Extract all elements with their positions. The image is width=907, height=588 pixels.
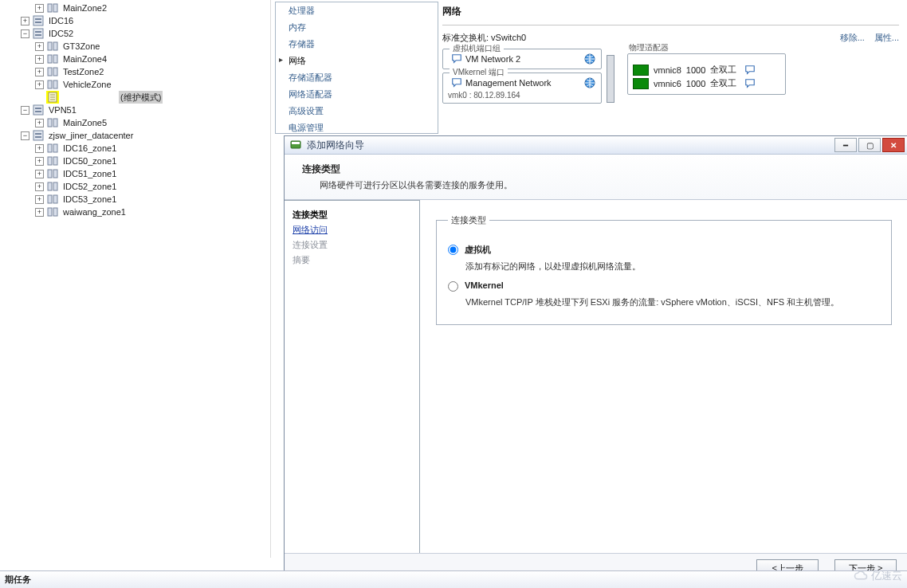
tree-row[interactable]: −zjsw_jiner_datacenter [0,129,270,142]
tree-item-label: IDC16 [47,14,75,27]
zone-icon [46,167,59,180]
expand-toggle-icon[interactable]: + [35,42,44,51]
zone-icon [46,53,59,65]
svg-rect-3 [35,18,41,20]
tree-item-label: IDC53_zone1 [61,193,118,206]
tree-row[interactable]: +GT3Zone [0,40,270,53]
svg-rect-14 [48,80,52,88]
window-maximize-button[interactable]: ▢ [858,138,881,152]
svg-rect-28 [48,144,52,152]
svg-rect-1 [53,4,57,12]
svg-rect-35 [53,182,57,190]
zone-icon [46,155,59,167]
speech-bubble-icon[interactable] [451,53,462,65]
collapse-toggle-icon[interactable]: − [21,29,29,38]
expand-toggle-icon[interactable]: + [35,119,44,127]
expand-toggle-icon[interactable]: + [35,80,44,89]
vswitch-properties-link[interactable]: 属性... [874,32,899,44]
tree-item-label: IDC51_zone1 [61,167,118,180]
physical-nic-row[interactable]: vmnic81000全双工 [633,64,780,76]
svg-rect-32 [48,170,52,178]
svg-rect-2 [33,16,43,25]
tree-row[interactable]: +IDC52_zone1 [0,180,270,193]
tree-row[interactable]: −VPN51 [0,104,270,116]
speech-bubble-icon[interactable] [744,65,756,76]
expand-toggle-icon[interactable]: + [35,208,44,217]
speech-bubble-icon[interactable] [451,77,462,88]
svg-rect-15 [53,80,57,88]
tree-row[interactable]: +IDC53_zone1 [0,193,270,206]
inventory-tree: +MainZone2+IDC16−IDC52+GT3Zone+MainZone4… [0,0,271,558]
tree-item-label: VehicleZone [61,78,113,91]
zone-icon [46,142,59,155]
svg-rect-6 [35,31,41,33]
tree-row[interactable]: +waiwang_zone1 [0,206,270,218]
hardware-nav-item[interactable]: 存储器 [276,36,438,53]
wizard-header-desc: 网络硬件可进行分区以供各需要连接的服务使用。 [320,179,895,191]
vm-portgroup-name: VM Network 2 [465,54,580,64]
tree-item-label: IDC52 [47,27,75,40]
nic-chip-icon [633,78,649,89]
collapse-toggle-icon[interactable]: − [21,131,29,140]
wizard-step[interactable]: 网络访问 [293,222,411,237]
expand-toggle-icon[interactable]: + [35,157,44,166]
vmkernel-name: Management Network [465,78,580,88]
hardware-nav-item[interactable]: 网络适配器 [276,86,438,103]
tree-row[interactable]: +MainZone4 [0,53,270,65]
wizard-header-title: 连接类型 [302,163,895,176]
remove-vswitch-link[interactable]: 移除... [840,32,865,44]
wizard-titlebar[interactable]: 添加网络向导 ━ ▢ ✕ [285,136,907,155]
host-icon [46,91,59,104]
speech-bubble-icon[interactable] [744,78,756,89]
zone-icon [46,180,59,193]
tree-row[interactable]: +VehicleZone [0,78,270,91]
tree-row[interactable]: −IDC52 [0,27,270,40]
vmkernel-portgroup-box[interactable]: VMkernel 端口 Management Network vmk [442,73,602,104]
svg-rect-20 [33,105,43,115]
expand-toggle-icon[interactable]: + [35,182,44,191]
physical-adapters-box: 物理适配器 vmnic81000全双工vmnic61000全双工 [627,53,786,95]
expand-toggle-icon[interactable]: + [35,55,44,64]
tree-row[interactable]: +IDC50_zone1 [0,155,270,167]
vm-portgroup-caption: 虚拟机端口组 [450,43,504,54]
hardware-nav-item[interactable]: 高级设置 [276,103,438,120]
recent-tasks-header[interactable]: 期任务 [0,570,907,588]
wizard-step[interactable]: 连接类型 [293,207,411,222]
expand-toggle-icon[interactable]: + [35,195,44,204]
zone-icon [46,116,59,129]
window-close-button[interactable]: ✕ [882,138,905,152]
tree-row[interactable]: +IDC51_zone1 [0,167,270,180]
physical-nic-row[interactable]: vmnic61000全双工 [633,77,780,89]
window-minimize-button[interactable]: ━ [834,138,857,152]
hardware-nav-item[interactable]: 网络 [276,53,438,69]
hardware-nav-item[interactable]: 内存 [276,19,438,36]
expand-toggle-icon[interactable]: + [35,4,44,13]
hardware-nav-item[interactable]: 电源管理 [276,120,438,136]
collapse-toggle-icon[interactable]: − [21,106,29,115]
tree-row[interactable]: (维护模式) [0,91,270,104]
tree-row[interactable]: +MainZone2 [0,2,270,14]
tree-row[interactable]: +TestZone2 [0,65,270,78]
vmkernel-ip: vmk0 : 80.12.89.164 [448,91,596,100]
dc-icon [32,14,45,27]
svg-rect-11 [53,55,57,63]
tree-row[interactable]: +IDC16 [0,14,270,27]
expand-toggle-icon[interactable]: + [35,68,44,76]
svg-rect-23 [48,119,52,127]
option-vm-radio[interactable] [448,245,458,255]
svg-rect-29 [53,144,57,152]
expand-toggle-icon[interactable]: + [35,170,44,178]
wizard-title: 添加网络向导 [307,139,833,152]
expand-toggle-icon[interactable]: + [35,144,44,153]
svg-rect-43 [292,142,300,144]
svg-rect-9 [53,42,57,50]
svg-rect-24 [53,119,57,127]
option-vmkernel-radio[interactable] [448,281,458,292]
tree-row[interactable]: +IDC16_zone1 [0,142,270,155]
expand-toggle-icon[interactable]: + [21,17,29,25]
svg-rect-37 [53,195,57,203]
svg-rect-36 [48,195,52,203]
hardware-nav-item[interactable]: 处理器 [276,2,438,19]
hardware-nav-item[interactable]: 存储适配器 [276,69,438,86]
tree-row[interactable]: +MainZone5 [0,116,270,129]
